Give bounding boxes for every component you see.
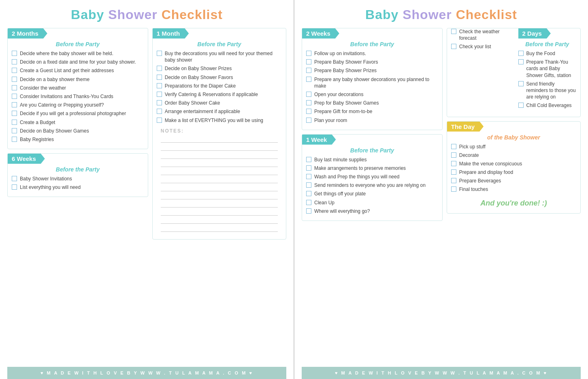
page2-right-col: Check the weather forecast Check your li…: [447, 28, 581, 364]
checkbox[interactable]: [306, 174, 311, 179]
checkbox[interactable]: [157, 92, 162, 97]
checkbox[interactable]: [12, 68, 17, 73]
checkbox[interactable]: [306, 191, 311, 196]
checkbox[interactable]: [518, 81, 524, 86]
checkbox[interactable]: [306, 182, 311, 188]
checkbox[interactable]: [451, 178, 456, 183]
checkbox[interactable]: [451, 186, 456, 192]
section-two-weeks-subtitle: Before the Party: [306, 41, 438, 47]
checkbox[interactable]: [306, 51, 311, 56]
page1-footer: ♥ M A D E W I T H L O V E B Y W W W . T …: [7, 367, 286, 379]
section-six-weeks-header: 6 Weeks: [8, 154, 45, 164]
checkbox[interactable]: [12, 77, 17, 82]
checkbox[interactable]: [451, 152, 456, 158]
checkbox[interactable]: [518, 59, 524, 64]
checkbox[interactable]: [306, 200, 311, 205]
title-checklist-2: Checklist: [456, 7, 517, 22]
list-item: Make a list of EVERYTHING you will be us…: [157, 117, 282, 124]
note-line: [161, 143, 278, 151]
checkbox[interactable]: [12, 184, 17, 190]
list-item: Decide on Baby Shower Favors: [157, 74, 282, 81]
list-item: Prepare Gift for mom-to-be: [306, 108, 438, 115]
checkbox[interactable]: [157, 100, 162, 105]
section-two-days: Check the weather forecast Check your li…: [447, 28, 581, 117]
section-two-weeks: 2 Weeks Before the Party Follow up on in…: [302, 28, 443, 130]
page2-left-col: 2 Weeks Before the Party Follow up on in…: [302, 28, 443, 364]
checkbox[interactable]: [157, 51, 162, 56]
title-baby-2: Baby: [365, 7, 398, 22]
checkbox[interactable]: [306, 77, 311, 82]
note-line: [161, 192, 278, 199]
list-item: Check your list: [451, 43, 515, 50]
list-item: Open your decorations: [306, 91, 438, 98]
checkbox[interactable]: [451, 144, 456, 149]
list-item: Decide if you will get a professional ph…: [12, 110, 144, 117]
list-item: Consider the weather: [12, 85, 144, 91]
list-item: Buy the Food: [518, 50, 576, 57]
checkbox[interactable]: [518, 103, 524, 108]
list-item: Create a Budget: [12, 119, 144, 126]
checkbox[interactable]: [12, 128, 17, 133]
checkbox[interactable]: [306, 165, 311, 171]
checkbox[interactable]: [518, 51, 524, 56]
note-line: [161, 216, 278, 224]
checkbox[interactable]: [12, 102, 17, 107]
checkbox[interactable]: [157, 118, 162, 123]
notes-section: NOTES:: [157, 126, 282, 235]
checkbox[interactable]: [12, 59, 17, 64]
checkbox[interactable]: [12, 111, 17, 116]
checkbox[interactable]: [306, 92, 311, 97]
checkbox[interactable]: [451, 29, 456, 34]
checkbox[interactable]: [12, 51, 17, 56]
section-one-week-header: 1 Week: [302, 135, 336, 145]
section-the-day-header: The Day: [447, 122, 484, 132]
note-line: [161, 184, 278, 191]
list-item: Prep for Baby Shower Games: [306, 100, 438, 106]
list-item: Order Baby Shower Cake: [157, 100, 282, 106]
checkbox[interactable]: [306, 157, 311, 162]
checkbox[interactable]: [306, 100, 311, 105]
list-item: Buy last minute supplies: [306, 156, 438, 163]
section-one-month: 1 Month Before the Party Buy the decorat…: [152, 28, 286, 240]
list-item: Preparations for the Diaper Cake: [157, 83, 282, 89]
list-item: Wash and Prep the things you will need: [306, 173, 438, 180]
list-item: Make the venue conspicuous: [451, 161, 576, 167]
checkbox[interactable]: [12, 176, 17, 181]
section-one-week: 1 Week Before the Party Buy last minute …: [302, 134, 443, 221]
section-two-days-header: 2 Days: [518, 28, 551, 39]
checkbox[interactable]: [306, 208, 311, 214]
checkbox[interactable]: [12, 94, 17, 99]
list-item: Final touches: [451, 186, 576, 193]
title-shower-2: Shower: [398, 7, 456, 22]
checkbox[interactable]: [306, 118, 311, 123]
checkbox[interactable]: [451, 169, 456, 175]
checkbox[interactable]: [12, 137, 17, 142]
section-one-week-subtitle: Before the Party: [306, 147, 438, 154]
checkbox[interactable]: [451, 161, 456, 166]
checkbox[interactable]: [306, 109, 311, 114]
list-item: Clean Up: [306, 199, 438, 206]
checkbox[interactable]: [157, 75, 162, 80]
section-one-month-header: 1 Month: [153, 28, 189, 39]
section-six-weeks: 6 Weeks Before the Party Baby Shower Inv…: [7, 153, 148, 197]
section-the-day-subtitle: of the Baby Shower: [451, 134, 576, 141]
list-item: Baby Registries: [12, 136, 144, 143]
checkbox[interactable]: [306, 68, 311, 73]
checkbox[interactable]: [451, 44, 456, 49]
page-1: Baby Shower Checklist 2 Months Before th…: [0, 0, 294, 379]
checkbox[interactable]: [12, 85, 17, 90]
list-item: Prepare Beverages: [451, 178, 576, 184]
list-item: Buy the decorations you will need for yo…: [157, 50, 282, 63]
page-2: Baby Shower Checklist 2 Weeks Before the…: [294, 0, 588, 379]
list-item: Make arrangements to preserve memories: [306, 165, 438, 171]
checkbox[interactable]: [12, 120, 17, 125]
list-item: Decide where the baby shower will be hel…: [12, 50, 144, 57]
note-line: [161, 135, 278, 143]
page-1-title: Baby Shower Checklist: [7, 7, 286, 22]
checkbox[interactable]: [157, 109, 162, 114]
checkbox[interactable]: [157, 66, 162, 71]
checkbox[interactable]: [157, 83, 162, 88]
list-item: Prepare Thank-You cards and Baby Shower …: [518, 59, 576, 79]
page1-right-col: 1 Month Before the Party Buy the decorat…: [152, 28, 286, 364]
checkbox[interactable]: [306, 59, 311, 64]
